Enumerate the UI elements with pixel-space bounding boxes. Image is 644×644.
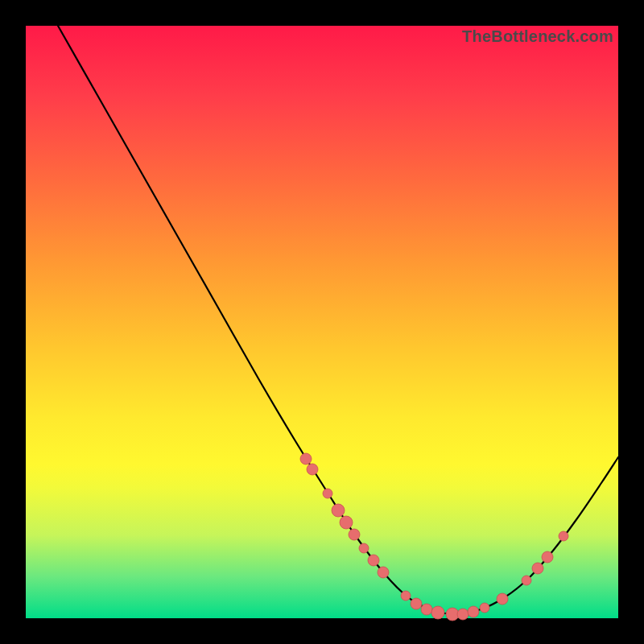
- bottleneck-curve-plot: [26, 26, 618, 618]
- data-marker: [559, 531, 568, 541]
- data-marker: [532, 563, 543, 574]
- data-markers: [300, 453, 568, 621]
- data-marker: [480, 603, 489, 613]
- bottleneck-curve: [58, 26, 618, 614]
- chart-frame: TheBottleneck.com: [26, 26, 618, 618]
- data-marker: [446, 608, 459, 621]
- data-marker: [340, 516, 353, 529]
- data-marker: [300, 453, 312, 464]
- data-marker: [411, 598, 422, 609]
- data-marker: [522, 576, 531, 585]
- data-marker: [307, 464, 318, 475]
- data-marker: [359, 543, 369, 553]
- data-marker: [349, 529, 360, 540]
- data-marker: [431, 606, 444, 619]
- data-marker: [497, 593, 508, 605]
- data-marker: [368, 555, 379, 566]
- data-marker: [323, 489, 332, 498]
- data-marker: [457, 609, 469, 620]
- data-marker: [468, 606, 479, 617]
- data-marker: [332, 504, 345, 517]
- data-marker: [421, 604, 432, 615]
- data-marker: [542, 551, 553, 563]
- data-marker: [378, 567, 389, 578]
- data-marker: [401, 591, 411, 601]
